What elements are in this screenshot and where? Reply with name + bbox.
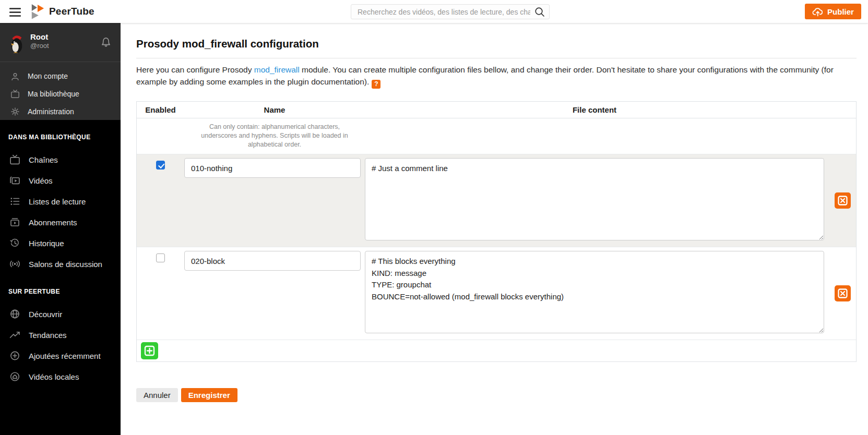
sidebar-account-section: Root @root Mon compte Ma bibliothèque (0, 23, 121, 120)
script-name-input[interactable] (184, 158, 361, 178)
item-label: Salons de discussion (29, 260, 102, 269)
menu-label: Administration (28, 107, 74, 116)
sidebar-item-abonnements[interactable]: Abonnements (0, 212, 121, 233)
section-title-library: DANS MA BIBLIOTHÈQUE (0, 134, 121, 141)
playlist-icon (9, 196, 20, 207)
item-label: Vidéos (29, 176, 53, 185)
item-label: Tendances (29, 331, 67, 340)
add-file-button[interactable] (141, 342, 158, 359)
delete-x-icon (835, 192, 851, 209)
user-name: Root (30, 32, 49, 42)
file-content-textarea[interactable]: # This blocks everything KIND: message T… (365, 251, 824, 333)
sidebar-item-listes-de-lecture[interactable]: Listes de lecture (0, 191, 121, 212)
brand-name: PeerTube (49, 6, 94, 17)
table-row: # This blocks everything KIND: message T… (137, 247, 856, 340)
item-label: Vidéos locales (29, 372, 79, 381)
item-label: Ajoutées récemment (29, 352, 101, 360)
enabled-checkbox[interactable] (156, 161, 165, 170)
mod-firewall-link[interactable]: mod_firewall (254, 65, 300, 74)
script-name-input[interactable] (184, 251, 361, 271)
subscriptions-icon (9, 217, 20, 227)
peertube-logo-icon (30, 3, 45, 20)
sidebar-item-tendances[interactable]: Tendances (0, 324, 121, 345)
history-icon (9, 238, 20, 248)
trending-icon (9, 330, 20, 340)
sidebar-item-videos[interactable]: Vidéos (0, 170, 121, 191)
add-plus-icon (141, 342, 158, 359)
enabled-checkbox[interactable] (156, 253, 165, 262)
item-label: Historique (29, 239, 64, 248)
user-icon (10, 71, 20, 81)
name-hint-row: Can only contain: alphanumerical charact… (137, 118, 856, 154)
column-header-actions (824, 102, 857, 118)
save-button[interactable]: Enregistrer (181, 388, 237, 402)
publish-button[interactable]: Publier (805, 4, 861, 19)
item-label: Découvrir (29, 310, 62, 319)
menu-label: Ma bibliothèque (28, 90, 79, 98)
add-row (137, 340, 856, 361)
search-icon[interactable] (534, 6, 545, 18)
avatar (7, 32, 25, 54)
broadcast-icon (9, 259, 20, 269)
sidebar-item-ajoutees-recemment[interactable]: Ajoutées récemment (0, 345, 121, 366)
plus-circle-icon (9, 351, 20, 361)
table-header-row: Enabled Name File content (137, 102, 856, 118)
sidebar-item-salons-de-discussion[interactable]: Salons de discussion (0, 253, 121, 274)
column-header-name: Name (184, 102, 365, 118)
delete-row-button[interactable] (835, 285, 851, 301)
intro-text: Here you can configure Prosody mod_firew… (136, 64, 857, 89)
column-header-file-content: File content (365, 102, 824, 118)
sidebar: Root @root Mon compte Ma bibliothèque (0, 23, 121, 435)
user-profile[interactable]: Root @root (0, 32, 121, 62)
sidebar-item-mon-compte[interactable]: Mon compte (0, 67, 121, 85)
sidebar-item-ma-bibliotheque[interactable]: Ma bibliothèque (0, 85, 121, 103)
search-input[interactable] (351, 4, 550, 19)
tv-icon (10, 89, 20, 99)
sidebar-item-historique[interactable]: Historique (0, 233, 121, 253)
upload-cloud-icon (812, 7, 824, 17)
gear-icon (10, 107, 20, 116)
top-header: PeerTube Publier (0, 0, 868, 23)
account-menu: Mon compte Ma bibliothèque Administratio… (0, 62, 121, 120)
title-divider (136, 58, 857, 58)
table-row: # Just a comment line (137, 154, 856, 247)
cancel-button[interactable]: Annuler (136, 388, 178, 402)
delete-row-button[interactable] (835, 192, 851, 209)
form-actions: Annuler Enregistrer (136, 388, 857, 402)
sidebar-item-administration[interactable]: Administration (0, 103, 121, 120)
column-header-enabled: Enabled (137, 102, 184, 118)
firewall-config-table: Enabled Name File content Can only conta… (136, 101, 857, 362)
home-icon (9, 371, 20, 382)
user-handle: @root (30, 42, 49, 50)
item-label: Abonnements (29, 218, 77, 227)
section-title-instance: SUR PEERTUBE (0, 288, 121, 295)
item-label: Chaînes (29, 155, 58, 164)
page-title: Prosody mod_firewall configuration (136, 38, 857, 50)
item-label: Listes de lecture (29, 197, 86, 206)
intro-before-link: Here you can configure Prosody (136, 65, 254, 74)
menu-label: Mon compte (28, 72, 68, 80)
peertube-logo[interactable]: PeerTube (30, 3, 94, 20)
sidebar-item-videos-locales[interactable]: Vidéos locales (0, 366, 121, 387)
notifications-bell-icon[interactable] (100, 35, 112, 50)
menu-toggle-icon[interactable] (6, 6, 24, 18)
help-icon[interactable]: ? (372, 80, 381, 89)
sidebar-item-decouvrir[interactable]: Découvrir (0, 304, 121, 324)
video-icon (9, 175, 20, 186)
file-content-textarea[interactable]: # Just a comment line (365, 158, 824, 240)
search-bar (351, 4, 550, 19)
main-content: Prosody mod_firewall configuration Here … (121, 23, 868, 435)
delete-x-icon (835, 285, 851, 301)
publish-label: Publier (827, 7, 854, 16)
name-hint: Can only contain: alphanumerical charact… (184, 118, 365, 154)
sidebar-item-chaines[interactable]: Chaînes (0, 149, 121, 170)
globe-icon (9, 309, 20, 319)
tv-icon (9, 154, 20, 165)
